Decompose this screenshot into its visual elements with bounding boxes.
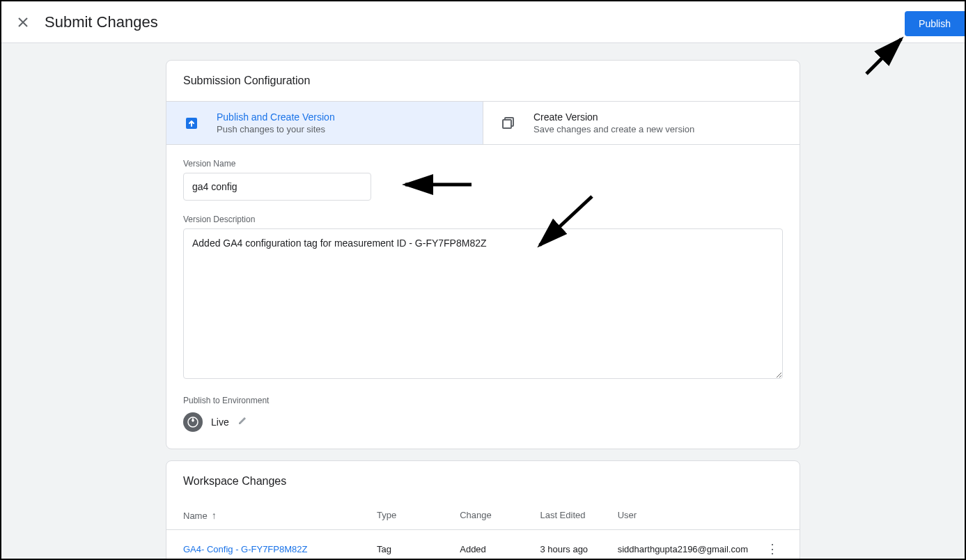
change-item-change: Added	[460, 544, 540, 554]
tab-create-version[interactable]: Create Version Save changes and create a…	[483, 102, 800, 144]
column-name[interactable]: Name ↑	[183, 510, 377, 521]
column-last-edited[interactable]: Last Edited	[540, 510, 617, 521]
page-title: Submit Changes	[45, 13, 158, 31]
tab-publish-create-version[interactable]: Publish and Create Version Push changes …	[166, 102, 483, 144]
pencil-icon	[237, 416, 247, 426]
column-change[interactable]: Change	[460, 510, 540, 521]
change-item-type: Tag	[377, 544, 460, 554]
change-item-user: siddharthgupta2196@gmail.com	[618, 544, 767, 554]
submission-config-title: Submission Configuration	[166, 61, 800, 101]
sort-arrow-icon: ↑	[212, 510, 217, 521]
version-description-input[interactable]	[183, 228, 783, 379]
change-item-name[interactable]: GA4- Config - G-FY7FP8M82Z	[183, 544, 377, 554]
column-type[interactable]: Type	[377, 510, 460, 521]
tab-title: Create Version	[533, 111, 694, 123]
publish-upload-icon	[183, 115, 200, 132]
publish-button[interactable]: Publish	[905, 11, 965, 36]
column-user[interactable]: User	[618, 510, 767, 521]
environment-icon	[183, 412, 203, 432]
tab-subtitle: Save changes and create a new version	[533, 124, 694, 134]
tab-title: Publish and Create Version	[217, 111, 335, 123]
version-name-label: Version Name	[183, 159, 783, 169]
version-description-label: Version Description	[183, 215, 783, 224]
version-name-input[interactable]	[183, 173, 371, 201]
publish-env-label: Publish to Environment	[183, 396, 783, 405]
svg-rect-2	[503, 120, 511, 128]
workspace-changes-title: Workspace Changes	[166, 461, 800, 501]
table-row: GA4- Config - G-FY7FP8M82Z Tag Added 3 h…	[166, 530, 800, 559]
environment-name: Live	[211, 417, 229, 428]
row-more-menu[interactable]: ⋮	[766, 541, 783, 557]
close-button[interactable]	[18, 17, 28, 27]
tab-subtitle: Push changes to your sites	[217, 124, 335, 134]
change-item-edited: 3 hours ago	[540, 544, 617, 554]
table-header: Name ↑ Type Change Last Edited User	[166, 501, 800, 530]
edit-environment-button[interactable]	[237, 416, 247, 428]
close-icon	[18, 17, 28, 27]
create-version-icon	[500, 115, 517, 132]
